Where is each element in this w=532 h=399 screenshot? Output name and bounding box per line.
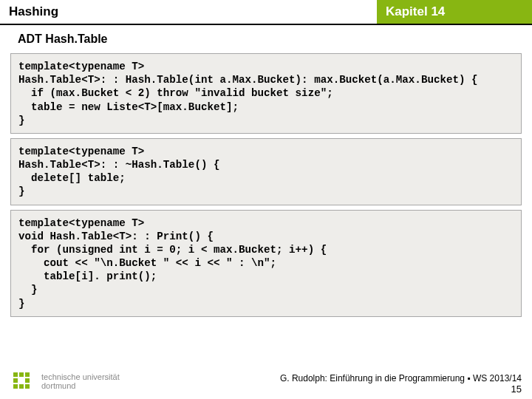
svg-rect-6 xyxy=(19,384,24,389)
header-right: Kapitel 14 xyxy=(377,0,532,25)
svg-rect-1 xyxy=(19,372,24,377)
svg-rect-0 xyxy=(13,372,18,377)
code-block-destructor: template<typename T> Hash.Table<T>: : ~H… xyxy=(10,138,522,205)
svg-rect-2 xyxy=(25,372,30,377)
svg-rect-7 xyxy=(25,384,30,389)
university-name: technische universität dortmund xyxy=(41,373,120,390)
uni-line2: dortmund xyxy=(41,382,120,391)
header-left: Hashing xyxy=(0,0,377,25)
svg-rect-4 xyxy=(25,378,30,383)
university-logo: technische universität dortmund xyxy=(12,369,120,395)
credit-line: G. Rudolph: Einführung in die Programmie… xyxy=(280,373,522,383)
header-bar: Hashing Kapitel 14 xyxy=(0,0,532,25)
slide-footer: technische universität dortmund G. Rudol… xyxy=(0,369,532,395)
section-subtitle: ADT Hash.Table xyxy=(0,25,532,50)
svg-rect-3 xyxy=(13,378,18,383)
code-block-print: template<typename T> void Hash.Table<T>:… xyxy=(10,210,522,317)
lecture-title: Hashing xyxy=(9,4,58,19)
tu-logo-icon xyxy=(12,369,37,395)
subtitle-text: ADT Hash.Table xyxy=(18,33,108,45)
footer-right: G. Rudolph: Einführung in die Programmie… xyxy=(280,373,522,395)
code-block-constructor: template<typename T> Hash.Table<T>: : Ha… xyxy=(10,53,522,134)
svg-rect-5 xyxy=(13,384,18,389)
page-number: 15 xyxy=(280,383,522,395)
chapter-label: Kapitel 14 xyxy=(386,4,445,19)
